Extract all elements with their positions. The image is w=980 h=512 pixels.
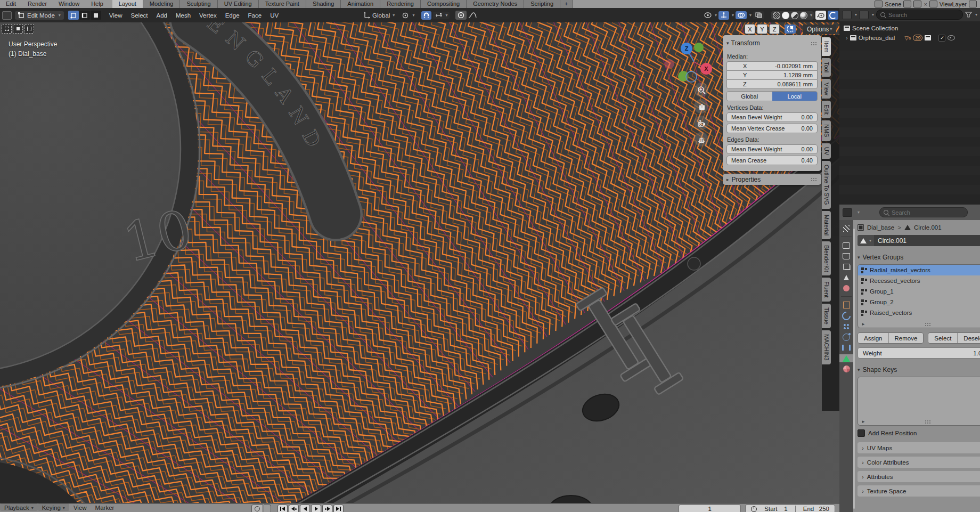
outliner-search-input[interactable] <box>887 11 959 19</box>
object-row-orpheus-dial[interactable]: › Orpheus_dial ▽6 29 ✓ <box>839 33 980 43</box>
gizmo-minus-x[interactable] <box>665 59 674 69</box>
mirror-z-button[interactable]: Z <box>769 24 780 34</box>
mode-dropdown[interactable]: Edit Mode ▾ <box>15 11 64 20</box>
texture-space-panel[interactable]: › Texture Space <box>858 485 980 497</box>
gizmo-minus-z[interactable] <box>686 71 697 82</box>
pin-scene-icon[interactable] <box>903 1 911 7</box>
keying-menu[interactable]: Keying▾ <box>38 503 69 511</box>
local-button[interactable]: Local <box>772 92 818 101</box>
menu-help[interactable]: Help <box>85 0 109 8</box>
tab-fluent[interactable]: Fluent <box>822 278 831 302</box>
tab-nms[interactable]: NMS <box>822 120 831 141</box>
shape-keys-list[interactable]: ► <box>858 377 980 426</box>
list-expand-icon[interactable]: ► <box>861 419 865 424</box>
playback-menu[interactable]: Playback▾ <box>0 503 38 511</box>
workspace-tab-geometry-nodes[interactable]: Geometry Nodes <box>467 0 524 8</box>
workspace-tab-rendering[interactable]: Rendering <box>380 0 421 8</box>
snap-toggle-button[interactable] <box>421 11 431 20</box>
view-menu[interactable]: View <box>69 503 91 511</box>
rendered-shading-button[interactable] <box>800 12 807 19</box>
selectability-checkbox[interactable]: ✓ <box>938 35 945 42</box>
3d-viewport[interactable]: 10 ENGLAND X Y <box>0 22 839 503</box>
properties-scrollbar[interactable] <box>853 229 855 509</box>
properties-tab-world[interactable] <box>842 284 851 292</box>
mirror-y-button[interactable]: Y <box>757 24 767 34</box>
color-attributes-panel[interactable]: › Color Attributes <box>858 457 980 468</box>
snap-options-button[interactable] <box>785 25 796 34</box>
tab-material[interactable]: Material <box>822 211 831 239</box>
options-dropdown[interactable]: Options ▾ <box>803 25 836 34</box>
jump-to-end-button[interactable] <box>333 505 344 512</box>
vertex-groups-header[interactable]: ▾ Vertex Groups <box>858 254 980 261</box>
properties-tab-output[interactable] <box>842 252 851 260</box>
perspective-toggle-button[interactable] <box>694 132 708 147</box>
visibility-eye-icon[interactable] <box>948 35 955 40</box>
properties-tab-constraints[interactable] <box>842 344 851 352</box>
tab-blenderkit[interactable]: BlenderKit <box>822 241 831 276</box>
menu-select[interactable]: Select <box>127 11 152 20</box>
breadcrumb-data[interactable]: Circle.001 <box>914 224 942 231</box>
vertex-select-button[interactable] <box>68 11 79 20</box>
current-frame-field[interactable]: 1 <box>679 505 741 512</box>
menu-vertex[interactable]: Vertex <box>195 11 220 20</box>
collapse-icon[interactable]: ▾ <box>726 40 729 46</box>
addon-c-button[interactable] <box>828 11 838 20</box>
workspace-tab-uv-editing[interactable]: UV Editing <box>218 0 259 8</box>
face-select-button[interactable] <box>91 11 101 20</box>
properties-subpanel[interactable]: ▸ Properties <box>723 174 821 185</box>
outliner-search[interactable] <box>876 10 963 20</box>
proportional-editing-button[interactable] <box>455 11 467 20</box>
expand-icon[interactable]: › <box>846 35 848 41</box>
properties-tab-object-data[interactable] <box>839 354 853 362</box>
mean-bevel-weight-vertex-field[interactable]: Mean Bevel Weight0.00 <box>726 112 818 122</box>
median-y-field[interactable]: Y1.1289 mm <box>726 70 818 79</box>
attributes-panel[interactable]: › Attributes <box>858 471 980 482</box>
workspace-tab-sculpting[interactable]: Sculpting <box>180 0 217 8</box>
gizmo-plus-y[interactable] <box>694 43 704 52</box>
select-set-mode-button[interactable] <box>2 24 12 34</box>
workspace-tab-scripting[interactable]: Scripting <box>524 0 560 8</box>
properties-search[interactable] <box>879 207 968 217</box>
workspace-tab-layout[interactable]: Layout <box>112 0 143 8</box>
stopwatch-icon[interactable] <box>751 506 757 512</box>
keying-set-dropdown[interactable] <box>264 505 271 512</box>
list-expand-icon[interactable]: ► <box>861 322 865 327</box>
properties-editor-type-icon[interactable] <box>843 208 852 217</box>
menu-window[interactable]: Window <box>53 0 85 8</box>
menu-edge[interactable]: Edge <box>222 11 243 20</box>
editor-type-icon[interactable] <box>2 11 12 20</box>
uv-maps-panel[interactable]: › UV Maps <box>858 442 980 453</box>
properties-tab-material[interactable] <box>842 365 851 373</box>
scene-collection-row[interactable]: Scene Collection <box>839 23 980 33</box>
menu-render[interactable]: Render <box>22 0 53 8</box>
play-button[interactable] <box>311 505 321 512</box>
unlink-scene-button[interactable]: × <box>924 1 927 7</box>
properties-tab-particles[interactable] <box>842 322 851 330</box>
orientation-dropdown[interactable]: Global <box>372 12 390 19</box>
menu-face[interactable]: Face <box>244 11 266 20</box>
end-frame-field[interactable]: End 250 <box>803 506 829 512</box>
panel-grip[interactable] <box>811 42 818 45</box>
prev-keyframe-button[interactable] <box>289 505 299 512</box>
median-x-field[interactable]: X-0.002091 mm <box>726 61 818 70</box>
start-frame-field[interactable]: Start 1 <box>764 506 787 512</box>
pivot-point-icon[interactable] <box>402 12 410 19</box>
edge-select-button[interactable] <box>79 11 90 20</box>
shape-keys-header[interactable]: ▾ Shape Keys <box>858 366 980 373</box>
mesh-name-field[interactable]: ▾ Circle.001 <box>858 235 980 246</box>
assign-button[interactable]: Assign <box>858 333 889 343</box>
gizmo-toggle-button[interactable] <box>718 11 729 20</box>
solid-shading-button[interactable] <box>782 12 789 19</box>
tab-tool[interactable]: Tool <box>822 58 831 76</box>
properties-tab-tool[interactable] <box>842 224 851 232</box>
blender-logo-button[interactable] <box>815 11 826 20</box>
menu-uv[interactable]: UV <box>266 11 282 20</box>
transform-panel-title[interactable]: Transform <box>731 39 760 47</box>
xray-toggle-button[interactable] <box>753 11 764 19</box>
tab-tissue[interactable]: Tissue <box>822 304 831 328</box>
next-keyframe-button[interactable] <box>322 505 332 512</box>
vertex-group-row[interactable]: Group_1 <box>858 286 980 297</box>
outliner-display-mode-dropdown[interactable] <box>842 11 852 19</box>
play-reverse-button[interactable] <box>300 505 310 512</box>
vertex-group-row[interactable]: Recessed_vectors <box>858 275 980 286</box>
